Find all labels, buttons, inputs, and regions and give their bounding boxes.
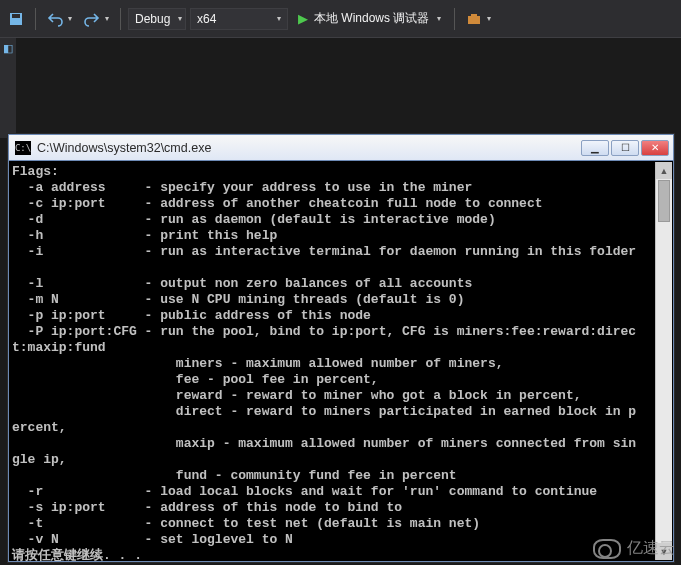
cmd-titlebar[interactable]: C:\ C:\Windows\system32\cmd.exe ▁ ☐ ✕ <box>9 135 673 161</box>
chevron-down-icon: ▾ <box>437 14 441 23</box>
separator <box>35 8 36 30</box>
chevron-down-icon: ▾ <box>105 14 109 23</box>
chevron-down-icon: ▾ <box>68 14 72 23</box>
solution-platform-dropdown[interactable]: x64 ▾ <box>190 8 288 30</box>
cmd-output: Flags: -a address - specify your address… <box>10 162 655 560</box>
watermark: 亿速云 <box>593 538 675 559</box>
start-debugging-label: 本地 Windows 调试器 <box>314 10 429 27</box>
close-button[interactable]: ✕ <box>641 140 669 156</box>
toolbox-button[interactable]: ▾ <box>462 9 495 29</box>
separator <box>120 8 121 30</box>
start-debugging-button[interactable]: ▶ 本地 Windows 调试器 ▾ <box>292 8 447 29</box>
maximize-button[interactable]: ☐ <box>611 140 639 156</box>
solution-config-value: Debug <box>135 12 170 26</box>
cmd-scrollbar[interactable]: ▲ ▼ <box>655 162 672 560</box>
side-tool-icon[interactable]: ◧ <box>0 38 16 58</box>
watermark-text: 亿速云 <box>627 538 675 559</box>
vs-toolbar: ▾ ▾ Debug ▾ x64 ▾ ▶ 本地 Windows 调试器 ▾ ▾ <box>0 0 681 38</box>
svg-rect-3 <box>471 14 477 17</box>
cmd-icon: C:\ <box>15 141 31 155</box>
scroll-thumb[interactable] <box>658 180 670 222</box>
redo-button[interactable]: ▾ <box>80 9 113 29</box>
cmd-window: C:\ C:\Windows\system32\cmd.exe ▁ ☐ ✕ Fl… <box>8 134 674 562</box>
svg-rect-1 <box>12 14 20 18</box>
chevron-down-icon: ▾ <box>277 14 281 23</box>
watermark-logo-icon <box>593 539 621 559</box>
chevron-down-icon: ▾ <box>487 14 491 23</box>
vs-left-gutter: ◧ <box>0 38 16 138</box>
cmd-body: Flags: -a address - specify your address… <box>10 162 672 560</box>
scroll-up-arrow-icon[interactable]: ▲ <box>656 162 672 179</box>
window-buttons: ▁ ☐ ✕ <box>581 140 669 156</box>
cmd-title: C:\Windows\system32\cmd.exe <box>37 141 211 155</box>
undo-button[interactable]: ▾ <box>43 9 76 29</box>
solution-platform-value: x64 <box>197 12 216 26</box>
solution-config-dropdown[interactable]: Debug ▾ <box>128 8 186 30</box>
play-icon: ▶ <box>298 11 308 26</box>
minimize-button[interactable]: ▁ <box>581 140 609 156</box>
svg-rect-2 <box>468 16 480 24</box>
chevron-down-icon: ▾ <box>178 14 182 23</box>
separator <box>454 8 455 30</box>
save-icon[interactable] <box>4 9 28 29</box>
